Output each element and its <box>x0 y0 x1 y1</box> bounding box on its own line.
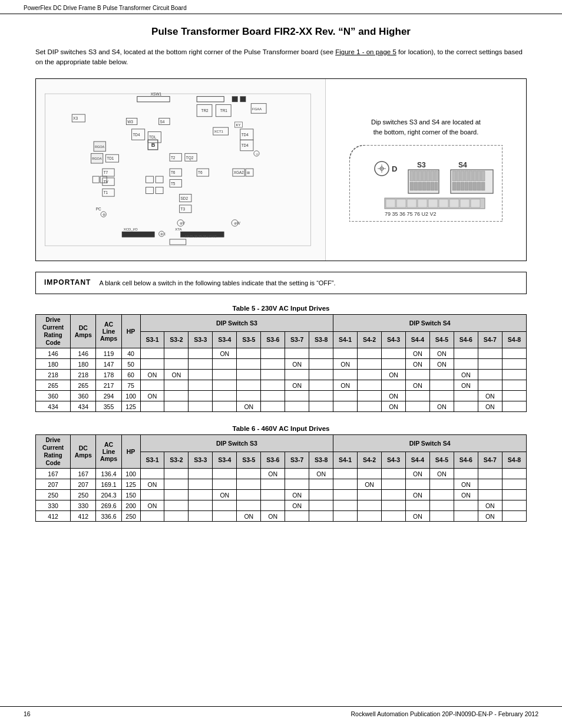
svg-text:⊕: ⊕ <box>103 213 105 216</box>
cell-s4_8 <box>502 490 526 500</box>
cell-s4_6 <box>454 469 478 479</box>
cell-code: 434 <box>36 401 71 412</box>
table-row: 330330269.6200ONONON <box>36 500 527 511</box>
cell-s4_8 <box>502 370 526 380</box>
svg-text:D: D <box>392 164 397 173</box>
cell-s4_3 <box>382 469 406 479</box>
cell-ac: 119 <box>96 348 121 359</box>
cell-hp: 125 <box>121 479 140 490</box>
svg-rect-102 <box>418 182 422 190</box>
cell-s3_8 <box>309 359 333 370</box>
cell-s4_4: ON <box>405 511 429 522</box>
cell-hp: 200 <box>121 500 140 511</box>
svg-rect-113 <box>473 171 477 181</box>
cell-dc: 360 <box>71 391 96 401</box>
svg-rect-104 <box>427 182 430 190</box>
cell-ac: 178 <box>96 370 121 380</box>
svg-text:T1: T1 <box>104 190 108 195</box>
svg-rect-129 <box>428 199 438 207</box>
svg-rect-118 <box>461 182 464 190</box>
table-row: 250250204.3150ONONONON <box>36 490 527 500</box>
th2-s3-2: S3-2 <box>164 452 189 469</box>
svg-text:XCT1: XCT1 <box>214 130 224 133</box>
svg-rect-1 <box>137 96 170 101</box>
table-row: 18018014750ONONONON <box>36 359 527 370</box>
th2-s3-8: S3-8 <box>309 452 333 469</box>
cell-ac: 355 <box>96 401 121 412</box>
th-s3-2: S3-2 <box>164 331 189 348</box>
svg-text:XSW1: XSW1 <box>151 91 162 95</box>
cell-s3_8 <box>309 500 333 511</box>
th-ac-line: AC LineAmps <box>96 315 121 348</box>
cell-s3_5 <box>237 370 261 380</box>
cell-s3_6 <box>261 479 285 490</box>
cell-s4_2 <box>358 490 382 500</box>
th-s4-4: S4-4 <box>405 331 429 348</box>
svg-rect-115 <box>481 171 485 181</box>
svg-rect-133 <box>471 199 480 207</box>
th-s4-6: S4-6 <box>454 331 478 348</box>
cell-s3_6 <box>261 500 285 511</box>
cell-s4_1 <box>333 348 358 359</box>
th-s3-3: S3-3 <box>189 331 213 348</box>
th-hp: HP <box>121 315 140 348</box>
cell-s3_7 <box>285 401 309 412</box>
cell-s4_2 <box>358 348 382 359</box>
cell-dc: 265 <box>71 380 96 391</box>
table1: DriveCurrentRatingCode DCAmps AC LineAmp… <box>35 314 527 412</box>
cell-ac: 217 <box>96 380 121 391</box>
cell-s3_5 <box>237 490 261 500</box>
table-row: 26526521775ONONONON <box>36 380 527 391</box>
cell-s3_2 <box>164 380 189 391</box>
th-s3-7: S3-7 <box>285 331 309 348</box>
cell-s4_6: ON <box>454 479 478 490</box>
svg-text:17 25 26 35 36 U2 V2: 17 25 26 35 36 U2 V2 <box>185 235 217 238</box>
cell-s3_8 <box>309 380 333 391</box>
cell-s4_4: ON <box>405 348 429 359</box>
cell-s3_1 <box>140 401 164 412</box>
svg-rect-111 <box>465 171 468 181</box>
svg-text:TD1: TD1 <box>107 156 114 160</box>
svg-rect-93 <box>410 171 414 181</box>
svg-rect-2 <box>197 96 224 101</box>
page-header: PowerFlex DC Drive Frame B Pulse Transfo… <box>0 0 562 14</box>
cell-s4_1 <box>333 469 358 479</box>
cell-s4_5 <box>429 391 454 401</box>
cell-s3_4: ON <box>213 348 237 359</box>
cell-s4_3: ON <box>382 391 406 401</box>
cell-hp: 150 <box>121 490 140 500</box>
svg-rect-119 <box>465 182 468 190</box>
svg-rect-60 <box>146 176 154 183</box>
th-s4-5: S4-5 <box>429 331 454 348</box>
th2-s3-7: S3-7 <box>285 452 309 469</box>
cell-s4_2 <box>358 370 382 380</box>
cell-s4_1: ON <box>333 359 358 370</box>
cell-s3_1 <box>140 348 164 359</box>
th-dc-amps: DCAmps <box>71 315 96 348</box>
cell-s4_8 <box>502 348 526 359</box>
cell-s3_1 <box>140 511 164 522</box>
svg-rect-3 <box>232 96 237 101</box>
cell-s4_7 <box>478 370 502 380</box>
figure-link[interactable]: Figure 1 - on page 5 <box>335 48 396 55</box>
cell-s3_6 <box>261 401 285 412</box>
cell-s3_4 <box>213 500 237 511</box>
cell-dc: 434 <box>71 401 96 412</box>
cell-s3_3 <box>189 359 213 370</box>
cell-s4_5: ON <box>429 359 454 370</box>
cell-s3_8 <box>309 348 333 359</box>
cell-dc: 250 <box>71 490 96 500</box>
cell-s4_4: ON <box>405 469 429 479</box>
diagram-area: XSW1 TR2 TR1 FGAA X3 W3 S4 <box>35 78 527 261</box>
cell-s4_7 <box>478 479 502 490</box>
cell-s3_6 <box>261 380 285 391</box>
important-label: IMPORTANT <box>44 278 91 286</box>
th2-dip-s4: DIP Switch S4 <box>333 435 527 452</box>
cell-s4_8 <box>502 511 526 522</box>
table2: DriveCurrentRatingCode DCAmps AC LineAmp… <box>35 434 527 522</box>
cell-s4_1 <box>333 391 358 401</box>
th-s3-6: S3-6 <box>261 331 285 348</box>
cell-s3_7: ON <box>285 490 309 500</box>
th2-s3-4: S3-4 <box>213 452 237 469</box>
cell-code: 167 <box>36 469 71 479</box>
